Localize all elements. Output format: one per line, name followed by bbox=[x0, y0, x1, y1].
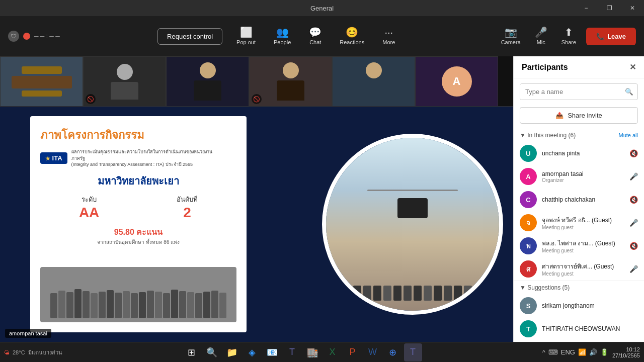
suggestion-avatar: T bbox=[520, 320, 537, 337]
camera-button[interactable]: 📷 Camera bbox=[497, 25, 525, 47]
participant-item[interactable]: U unchana pinta 🔇 bbox=[514, 142, 644, 165]
excel-button[interactable]: X bbox=[324, 343, 342, 361]
taskbar-weather: 🌤 28°C มีแดนบางส่วน bbox=[4, 348, 62, 357]
start-button[interactable]: ⊞ bbox=[183, 343, 201, 361]
participant-item[interactable]: ศ ศาสตราจารย์พิเศ... (Guest) Meeting gue… bbox=[514, 257, 644, 281]
share-invite-icon: 📤 bbox=[555, 112, 564, 119]
thumbnail-4[interactable]: 🚫 bbox=[249, 56, 332, 107]
participant-info: amornpan tasai Organizer bbox=[542, 170, 624, 183]
grade-row: ระดับ AA อันดับที่ 2 bbox=[40, 194, 236, 221]
thumbnail-2[interactable]: 🚫 bbox=[83, 56, 166, 107]
edge-button[interactable]: ◈ bbox=[243, 343, 261, 361]
taskbar-left: 🌤 28°C มีแดนบางส่วน bbox=[4, 348, 62, 357]
system-tray: ^ ⌨ ENG 📶 🔊 🔋 bbox=[542, 348, 608, 356]
window-title: General bbox=[310, 5, 334, 12]
teams-button[interactable]: T bbox=[283, 343, 301, 361]
shield-icon: 🛡 bbox=[8, 31, 19, 42]
search-button[interactable]: 🔍 bbox=[621, 84, 637, 100]
teams2-button[interactable]: T bbox=[404, 343, 422, 361]
participant-info: unchana pinta bbox=[542, 150, 624, 157]
video-area: 🚫 🚫 bbox=[0, 56, 513, 342]
search-input[interactable] bbox=[520, 84, 621, 100]
wifi-icon: 📶 bbox=[578, 348, 586, 356]
participant-list: U unchana pinta 🔇 A amornpan tasai Organ… bbox=[514, 142, 644, 342]
main-area: 🚫 🚫 bbox=[0, 56, 644, 342]
thumbnail-1[interactable] bbox=[0, 56, 83, 107]
participant-info: พล.อ. ไพศาล งาม... (Guest) Meeting guest bbox=[542, 238, 624, 253]
volume-icon: 🔊 bbox=[589, 348, 597, 356]
thumbnail-5[interactable] bbox=[332, 56, 415, 107]
taskbar: 🌤 28°C มีแดนบางส่วน ⊞ 🔍 📁 ◈ 📧 T 🏬 X P W … bbox=[0, 342, 644, 362]
pop-out-button[interactable]: ⬜ Pop out bbox=[232, 25, 260, 47]
mute-all-button[interactable]: Mute all bbox=[618, 132, 638, 138]
share-invite-button[interactable]: 📤 Share invite bbox=[520, 107, 638, 124]
store-button[interactable]: 🏬 bbox=[303, 343, 321, 361]
toolbar: 🛡 ─ ─ : ─ ─ Request control ⬜ Pop out 👥 … bbox=[0, 16, 644, 56]
participant-avatar: U bbox=[520, 145, 537, 162]
share-icon: ⬆ bbox=[565, 27, 573, 37]
restore-button[interactable]: ❐ bbox=[598, 0, 621, 16]
participant-avatar: C bbox=[520, 191, 537, 208]
slide-left-panel: ภาพโครงการกิจกรรม ★ ITA ผลการประเมินคุณธ… bbox=[30, 116, 247, 332]
thumbnail-3[interactable] bbox=[166, 56, 249, 107]
in-meeting-label: ▼ In this meeting (6) bbox=[520, 132, 576, 139]
more-icon: ··· bbox=[384, 27, 393, 37]
thumbnail-6[interactable]: A bbox=[415, 56, 498, 107]
panel-title: Participants bbox=[522, 63, 568, 72]
leave-phone-icon: 📞 bbox=[596, 33, 604, 40]
participants-panel: Participants ✕ 🔍 📤 Share invite ▼ In thi… bbox=[513, 56, 644, 342]
reactions-button[interactable]: 😊 Reactions bbox=[336, 25, 368, 47]
leave-button[interactable]: 📞 Leave bbox=[586, 28, 636, 45]
camera-icon: 📷 bbox=[505, 27, 517, 37]
titlebar: General − ❐ ✕ bbox=[0, 0, 644, 16]
people-icon: 👥 bbox=[276, 27, 289, 37]
close-button[interactable]: ✕ bbox=[621, 0, 644, 16]
panel-close-button[interactable]: ✕ bbox=[629, 62, 636, 72]
minimize-button[interactable]: − bbox=[575, 0, 598, 16]
chrome-button[interactable]: ⊕ bbox=[384, 343, 402, 361]
participant-item[interactable]: พ พล.อ. ไพศาล งาม... (Guest) Meeting gue… bbox=[514, 234, 644, 257]
weather-icon: 🌤 bbox=[4, 349, 10, 355]
participant-item[interactable]: จ จุลพงษ์ ทวีศรี อธิ... (Guest) Meeting … bbox=[514, 211, 644, 234]
mic-button[interactable]: 🎤 Mic bbox=[531, 25, 551, 47]
explorer-button[interactable]: 📁 bbox=[223, 343, 241, 361]
participant-avatar: ศ bbox=[520, 260, 537, 278]
chat-button[interactable]: 💬 Chat bbox=[305, 25, 326, 47]
speaker-label: amornpan tasai bbox=[5, 329, 51, 338]
toolbar-right: 📷 Camera 🎤 Mic ⬆ Share 📞 Leave bbox=[497, 25, 636, 47]
request-control-button[interactable]: Request control bbox=[157, 28, 222, 45]
participant-avatar: A bbox=[520, 168, 537, 185]
participant-info: chatthip chaichakan bbox=[542, 196, 624, 203]
score-display: 95.80 คะแนน จากสถาบันอุดมศึกษา ทั้งหมด 8… bbox=[40, 226, 236, 246]
suggestion-item[interactable]: T THITIRATH CHEOWSUWAN bbox=[514, 317, 644, 340]
rank-value: 2 bbox=[177, 205, 198, 221]
participant-info: จุลพงษ์ ทวีศรี อธิ... (Guest) Meeting gu… bbox=[542, 215, 624, 230]
participant-avatar: พ bbox=[520, 237, 537, 254]
powerpoint-button[interactable]: P bbox=[344, 343, 362, 361]
participant-info: ศาสตราจารย์พิเศ... (Guest) Meeting guest bbox=[542, 261, 624, 277]
ita-logo: ★ ITA ผลการประเมินคุณธรรมและความโปร่งใสใ… bbox=[40, 149, 236, 168]
pop-out-icon: ⬜ bbox=[240, 27, 253, 37]
thumbnail-strip: 🚫 🚫 bbox=[0, 56, 513, 107]
word-button[interactable]: W bbox=[364, 343, 382, 361]
outlook-button[interactable]: 📧 bbox=[263, 343, 281, 361]
share-button[interactable]: ⬆ Share bbox=[557, 25, 580, 47]
taskbar-clock[interactable]: 10:12 27/10/2565 bbox=[612, 346, 640, 358]
more-button[interactable]: ··· More bbox=[378, 25, 399, 47]
suggestion-item[interactable]: D Direk Teeraputon bbox=[514, 340, 644, 342]
lang-display[interactable]: ENG bbox=[561, 348, 575, 356]
university-name: มหาวิทยาลัยพะเยา bbox=[40, 173, 236, 189]
participant-item[interactable]: A amornpan tasai Organizer 🎤 bbox=[514, 165, 644, 188]
mic-on-icon: 🎤 bbox=[629, 172, 638, 180]
suggestion-item[interactable]: S sirikarn jongthanom bbox=[514, 294, 644, 317]
date-display: 27/10/2565 bbox=[612, 352, 640, 358]
participant-item[interactable]: C chatthip chaichakan 🔇 bbox=[514, 188, 644, 211]
participant-avatar: จ bbox=[520, 214, 537, 231]
suggestion-avatar: S bbox=[520, 297, 537, 314]
taskbar-right: ^ ⌨ ENG 📶 🔊 🔋 10:12 27/10/2565 bbox=[542, 346, 640, 358]
people-button[interactable]: 👥 People bbox=[270, 25, 295, 47]
chevron-icon[interactable]: ^ bbox=[542, 348, 545, 356]
main-content: ภาพโครงการกิจกรรม ★ ITA ผลการประเมินคุณธ… bbox=[0, 107, 513, 342]
taskbar-center: ⊞ 🔍 📁 ◈ 📧 T 🏬 X P W ⊕ T bbox=[183, 343, 422, 361]
search-taskbar-button[interactable]: 🔍 bbox=[203, 343, 221, 361]
